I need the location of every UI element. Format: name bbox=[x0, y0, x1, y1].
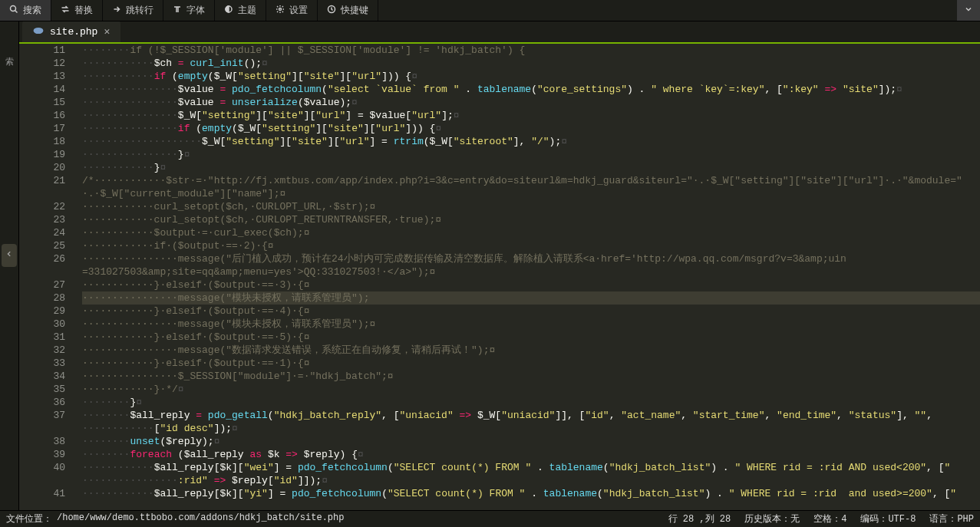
line-number: 40 bbox=[19, 461, 65, 474]
file-path-label: 文件位置： bbox=[6, 512, 52, 525]
font-menu[interactable]: 字体 bbox=[163, 0, 215, 21]
line-number: 20 bbox=[19, 161, 65, 174]
line-number: 26 bbox=[19, 252, 65, 265]
line-number: 37 bbox=[19, 409, 65, 422]
main-area: 索 site.php ✕ 111213141516171819202122232… bbox=[0, 21, 980, 510]
line-number: 15 bbox=[19, 96, 65, 109]
encoding-status[interactable]: 编码：UTF-8 bbox=[860, 512, 916, 525]
line-number: 25 bbox=[19, 239, 65, 252]
left-panel: 索 bbox=[0, 21, 19, 510]
line-number: 27 bbox=[19, 278, 65, 291]
font-icon bbox=[173, 5, 182, 17]
settings-label: 设置 bbox=[289, 4, 308, 17]
tab-bar: site.php ✕ bbox=[19, 21, 980, 44]
replace-icon bbox=[61, 5, 70, 17]
line-number: 35 bbox=[19, 383, 65, 396]
line-number: 24 bbox=[19, 226, 65, 239]
theme-menu[interactable]: 主题 bbox=[215, 0, 266, 21]
line-number bbox=[19, 187, 65, 200]
line-number: 31 bbox=[19, 331, 65, 344]
line-number: 21 bbox=[19, 174, 65, 187]
editor-column: site.php ✕ 11121314151617181920212223242… bbox=[19, 21, 980, 510]
line-number: 19 bbox=[19, 148, 65, 161]
line-number: 12 bbox=[19, 57, 65, 70]
language-status[interactable]: 语言：PHP bbox=[929, 512, 974, 525]
close-icon: ✕ bbox=[104, 25, 110, 38]
line-number: 32 bbox=[19, 344, 65, 357]
panel-collapse-handle[interactable] bbox=[2, 244, 17, 267]
line-number: 28 bbox=[19, 291, 65, 305]
line-number: 11 bbox=[19, 44, 65, 57]
theme-label: 主题 bbox=[238, 4, 256, 17]
keyboard-icon bbox=[327, 5, 336, 17]
cursor-position[interactable]: 行 28 ,列 28 bbox=[668, 512, 731, 525]
shortcuts-menu[interactable]: 快捷键 bbox=[318, 0, 378, 21]
line-number: 38 bbox=[19, 435, 65, 448]
line-number: 14 bbox=[19, 83, 65, 96]
theme-icon bbox=[224, 5, 233, 17]
gear-icon bbox=[276, 5, 285, 17]
file-path: /home/www/demo.ttbobo.com/addons/hdkj_ba… bbox=[57, 512, 344, 525]
line-number: 18 bbox=[19, 135, 65, 148]
code-content[interactable]: ········if (!$_SESSION['module'] || $_SE… bbox=[82, 44, 980, 500]
svg-point-0 bbox=[11, 5, 16, 11]
line-number: 17 bbox=[19, 122, 65, 135]
tab-close-button[interactable]: ✕ bbox=[104, 25, 110, 38]
line-number: 39 bbox=[19, 448, 65, 461]
line-number: 33 bbox=[19, 357, 65, 370]
line-number: 22 bbox=[19, 200, 65, 213]
line-number bbox=[19, 265, 65, 278]
search-label: 搜索 bbox=[23, 4, 41, 17]
goto-icon bbox=[112, 5, 121, 17]
goto-label: 跳转行 bbox=[126, 4, 153, 17]
line-number: 23 bbox=[19, 213, 65, 226]
line-number: 13 bbox=[19, 70, 65, 83]
line-number: 29 bbox=[19, 305, 65, 318]
line-number bbox=[19, 474, 65, 487]
goto-menu[interactable]: 跳转行 bbox=[103, 0, 163, 21]
line-number: 30 bbox=[19, 318, 65, 331]
left-panel-label: 索 bbox=[5, 56, 14, 68]
replace-menu[interactable]: 替换 bbox=[51, 0, 103, 21]
settings-menu[interactable]: 设置 bbox=[266, 0, 318, 21]
line-number: 34 bbox=[19, 370, 65, 383]
svg-point-5 bbox=[34, 27, 44, 33]
svg-point-3 bbox=[279, 8, 282, 10]
editor[interactable]: 1112131415161718192021222324252627282930… bbox=[19, 44, 980, 510]
tab-filename: site.php bbox=[50, 26, 97, 38]
search-menu[interactable]: 搜索 bbox=[0, 0, 51, 21]
search-icon bbox=[9, 5, 18, 17]
line-number bbox=[19, 422, 65, 435]
font-label: 字体 bbox=[186, 4, 205, 17]
svg-line-1 bbox=[15, 10, 18, 12]
line-number: 16 bbox=[19, 109, 65, 122]
toolbar-expand[interactable] bbox=[957, 0, 980, 21]
line-number: 36 bbox=[19, 396, 65, 409]
chevron-down-icon bbox=[964, 5, 973, 17]
line-number: 41 bbox=[19, 487, 65, 500]
history-status[interactable]: 历史版本：无 bbox=[744, 512, 800, 525]
line-number-gutter: 1112131415161718192021222324252627282930… bbox=[19, 44, 82, 500]
indent-status[interactable]: 空格：4 bbox=[813, 512, 846, 525]
replace-label: 替换 bbox=[74, 4, 93, 17]
status-bar: 文件位置： /home/www/demo.ttbobo.com/addons/h… bbox=[0, 510, 980, 527]
active-line: ················message("模块未授权，请联系管理员"); bbox=[82, 291, 980, 305]
shortcuts-label: 快捷键 bbox=[341, 4, 368, 17]
tab-site-php[interactable]: site.php ✕ bbox=[22, 21, 120, 42]
php-file-icon bbox=[33, 26, 44, 38]
toolbar: 搜索 替换 跳转行 字体 主题 设置 快捷键 bbox=[0, 0, 980, 21]
chevron-left-icon bbox=[5, 249, 13, 262]
